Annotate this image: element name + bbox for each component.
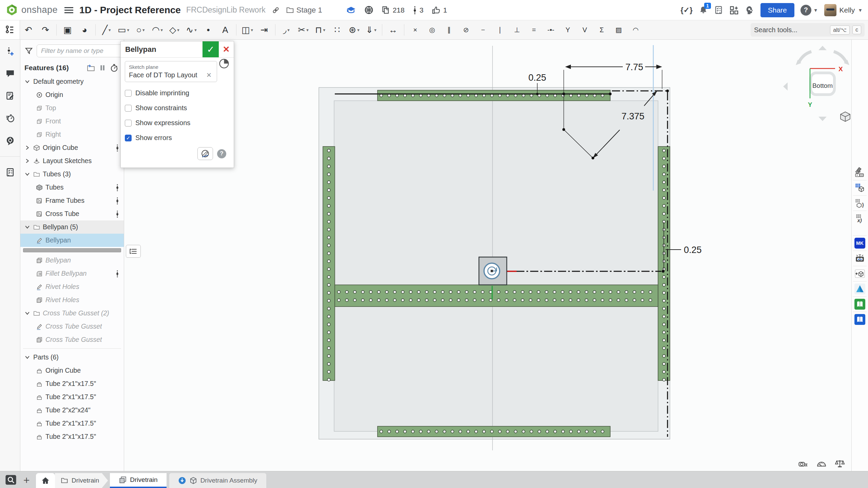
- chevron-down-icon[interactable]: ▾: [306, 27, 309, 33]
- linear-pattern-tool[interactable]: ∷: [329, 22, 346, 38]
- chevron-down-icon[interactable]: [24, 79, 33, 84]
- versions-count[interactable]: 3: [413, 6, 424, 15]
- configuration-panel-button[interactable]: }: [853, 195, 867, 211]
- chevron-right-icon[interactable]: [24, 145, 33, 151]
- instance-handle-icon[interactable]: [116, 183, 119, 192]
- add-tab-button[interactable]: ＋: [20, 473, 33, 487]
- feature-row-top[interactable]: Top: [20, 101, 124, 115]
- regenerate-time-icon[interactable]: [108, 63, 120, 73]
- version-graph-add-icon[interactable]: [3, 44, 17, 58]
- vertical-constraint[interactable]: ∣: [491, 22, 508, 38]
- app-library-green-button[interactable]: [853, 296, 867, 312]
- feature-row-cross-tube-gusset-2[interactable]: Cross Tube Gusset (2): [20, 307, 124, 320]
- rollback-bar[interactable]: [20, 247, 124, 254]
- polygon-tool[interactable]: ◇▾: [166, 22, 183, 38]
- tab-search-icon[interactable]: [3, 473, 18, 487]
- symmetric-constraint[interactable]: Σ: [593, 22, 610, 38]
- feature-row-default-geometry[interactable]: Default geometry: [20, 75, 124, 88]
- chevron-down-icon[interactable]: ▾: [251, 27, 253, 33]
- app-export-button[interactable]: [853, 266, 867, 281]
- feature-row-bellypan[interactable]: Bellypan: [20, 254, 124, 267]
- feature-row-layout-sketches[interactable]: Layout Sketches: [20, 154, 124, 168]
- chevron-right-icon[interactable]: [24, 158, 33, 164]
- chevron-down-icon[interactable]: [24, 224, 33, 230]
- feature-row-origin[interactable]: Origin: [20, 88, 124, 101]
- document-menu-icon[interactable]: [64, 7, 73, 14]
- chevron-down-icon[interactable]: ▾: [109, 27, 111, 33]
- ai-advisor-icon[interactable]: [745, 5, 754, 15]
- feature-row-tubes[interactable]: Tubes: [20, 181, 124, 194]
- option-disable-imprinting[interactable]: Disable imprinting: [125, 89, 230, 97]
- apps-icon[interactable]: [729, 5, 739, 15]
- revolve-tool[interactable]: ◕: [76, 22, 93, 38]
- sketch-view-button[interactable]: [197, 147, 213, 160]
- trim-tool[interactable]: ✂▾: [295, 22, 312, 38]
- feature-row-cross-tube-gusset[interactable]: Cross Tube Gusset: [20, 320, 124, 333]
- tape-measure-icon[interactable]: [798, 458, 809, 469]
- option-show-constraints[interactable]: Show constraints: [125, 104, 230, 112]
- feature-row-front[interactable]: Front: [20, 115, 124, 128]
- tab-drivetrain[interactable]: Drivetrain: [110, 473, 166, 488]
- feature-row-rivet-holes[interactable]: Rivet Holes: [20, 280, 124, 293]
- checkbox[interactable]: [125, 105, 132, 112]
- help-menu[interactable]: ? ▼: [801, 5, 818, 16]
- filter-icon[interactable]: [24, 46, 33, 55]
- copies-count[interactable]: 218: [382, 6, 405, 14]
- notifications-bell[interactable]: 1: [699, 5, 708, 15]
- tab-drivetrain-assembly[interactable]: Drivetrain Assembly: [169, 473, 266, 488]
- protractor-icon[interactable]: [816, 458, 827, 469]
- chevron-down-icon[interactable]: [24, 354, 33, 360]
- fillet-tool[interactable]: ◞▾: [278, 22, 295, 38]
- chevron-down-icon[interactable]: ▾: [357, 27, 360, 33]
- chevron-down-icon[interactable]: ▾: [177, 27, 179, 33]
- chevron-down-icon[interactable]: ▾: [161, 27, 163, 33]
- checklist-icon[interactable]: [3, 165, 17, 179]
- mirror-tool[interactable]: ◫▾: [239, 22, 256, 38]
- onshape-logo[interactable]: onshape: [5, 4, 58, 17]
- curvature-constraint[interactable]: V: [576, 22, 593, 38]
- circle-tool[interactable]: ○▾: [132, 22, 149, 38]
- featurescript-check-icon[interactable]: {✓}: [680, 6, 693, 15]
- tangent-constraint[interactable]: ⊘: [458, 22, 475, 38]
- app-alpine-button[interactable]: [853, 281, 867, 296]
- share-button[interactable]: Share: [760, 3, 794, 17]
- sketch-plane-field[interactable]: Sketch plane Face of DT Top Layout ✕: [125, 61, 217, 82]
- dxf-import-tool[interactable]: ⇓▾: [363, 22, 380, 38]
- bom-table-button[interactable]: [853, 180, 867, 195]
- offset-tool[interactable]: ⇥: [256, 22, 273, 38]
- feature-row-tube-2-x2-x24[interactable]: Tube 2"x2"x24": [20, 404, 124, 417]
- app-robot-button[interactable]: [853, 251, 867, 266]
- new-folder-icon[interactable]: [85, 63, 97, 73]
- onshape-assistant-icon[interactable]: [3, 134, 17, 148]
- feature-row-bellypan-5[interactable]: Bellypan (5): [20, 220, 124, 234]
- point-tool[interactable]: •: [200, 22, 217, 38]
- undo[interactable]: ↶: [20, 22, 37, 38]
- measure-tool[interactable]: ↔: [385, 22, 402, 38]
- arc-tool[interactable]: ◠▾: [149, 22, 166, 38]
- link-icon[interactable]: [272, 6, 280, 14]
- feature-row-tube-2-x1-x17-5[interactable]: Tube 2"x1"x17.5": [20, 390, 124, 404]
- view-cube[interactable]: Bottom X Y ▼: [783, 46, 851, 121]
- feature-row-tube-2-x1-x17-5[interactable]: Tube 2"x1"x17.5": [20, 430, 124, 443]
- instance-handle-icon[interactable]: [116, 197, 119, 205]
- circular-pattern-tool[interactable]: ⊛▾: [346, 22, 363, 38]
- chevron-down-icon[interactable]: [24, 171, 33, 177]
- feature-row-cross-tube[interactable]: Cross Tube: [20, 207, 124, 220]
- user-menu[interactable]: Kelly ▼: [824, 4, 863, 16]
- accept-button[interactable]: ✓: [202, 41, 219, 57]
- rectangle-tool[interactable]: ▭▾: [115, 22, 132, 38]
- performance-icon[interactable]: [3, 112, 17, 125]
- fix-constraint[interactable]: ▨: [610, 22, 627, 38]
- feature-row-cross-tube-gusset[interactable]: Cross Tube Gusset: [20, 333, 124, 346]
- checkbox[interactable]: [125, 135, 132, 141]
- feature-list-toggle[interactable]: [0, 20, 20, 39]
- spline-tool[interactable]: ∿▾: [183, 22, 200, 38]
- search-tools[interactable]: Search tools... alt/⌥ c: [751, 23, 865, 37]
- option-show-expressions[interactable]: Show expressions: [125, 119, 230, 127]
- comments-icon[interactable]: [3, 67, 17, 80]
- feature-row-origin-cube[interactable]: Origin Cube: [20, 364, 124, 377]
- extrude-tool[interactable]: ▣: [59, 22, 76, 38]
- chevron-down-icon[interactable]: ▾: [142, 27, 145, 33]
- appearance-panel-button[interactable]: [853, 165, 867, 180]
- rollback-pie-icon[interactable]: [219, 58, 229, 69]
